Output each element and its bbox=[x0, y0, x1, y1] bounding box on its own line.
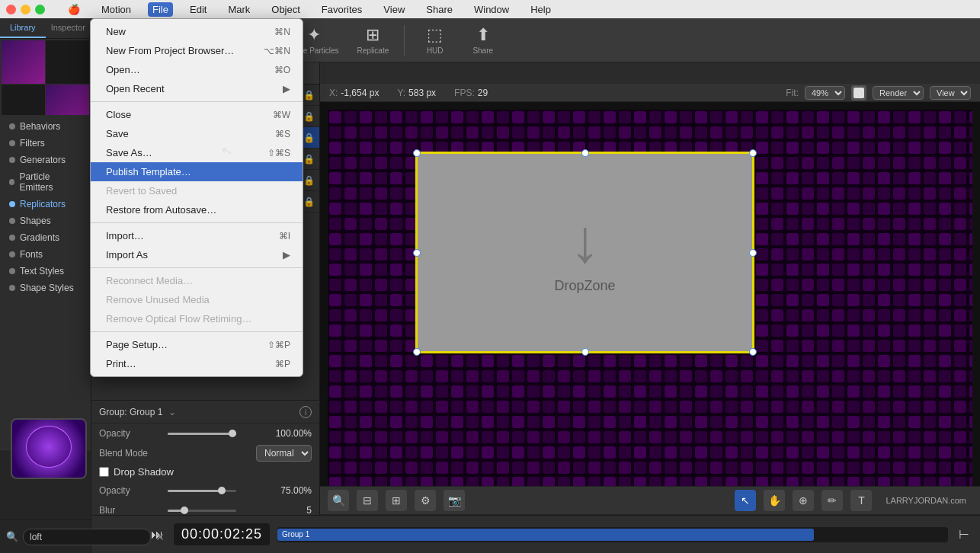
color-preview[interactable] bbox=[851, 85, 866, 101]
sidebar-item-generators[interactable]: Generators bbox=[0, 152, 91, 168]
minimize-button[interactable] bbox=[21, 5, 30, 14]
canvas-area: ↓ DropZone bbox=[320, 102, 980, 515]
drop-shadow-row: Drop Shadow bbox=[91, 463, 319, 481]
hand-tool[interactable]: ✋ bbox=[764, 490, 785, 511]
search-icon: 🔍 bbox=[6, 531, 18, 542]
blur-label: Blur bbox=[99, 505, 168, 516]
drop-shadow-checkbox[interactable] bbox=[99, 467, 109, 477]
menu-open-recent[interactable]: Open Recent ▶ bbox=[91, 79, 303, 98]
timeline-track[interactable]: Group 1 bbox=[277, 527, 948, 542]
menu-reconnect-media: Reconnect Media… bbox=[91, 271, 303, 290]
sidebar-item-fonts[interactable]: Fonts bbox=[0, 246, 91, 263]
maximize-button[interactable] bbox=[35, 5, 45, 14]
loft-thumbnail[interactable] bbox=[11, 418, 87, 479]
menu-motion[interactable]: Motion bbox=[97, 2, 136, 17]
menubar: 🍎 Motion File Edit Mark Object Favorites… bbox=[0, 0, 980, 18]
sidebar-item-behaviors[interactable]: Behaviors bbox=[0, 118, 91, 135]
timeline-group-bar: Group 1 bbox=[277, 529, 814, 541]
sidebar-item-particle-emitters[interactable]: Particle Emitters bbox=[0, 168, 91, 196]
search-input[interactable] bbox=[23, 529, 151, 545]
search-bar: 🔍 ✕ bbox=[0, 519, 91, 553]
handle-tm[interactable] bbox=[581, 149, 589, 157]
menu-object[interactable]: Object bbox=[267, 2, 305, 17]
handle-br[interactable] bbox=[749, 348, 757, 356]
settings-tool[interactable]: ⚙ bbox=[415, 490, 436, 511]
close-button[interactable] bbox=[6, 5, 16, 14]
menu-print[interactable]: Print… ⌘P bbox=[91, 354, 303, 373]
zoom-tool[interactable]: 🔍 bbox=[328, 490, 349, 511]
menu-share[interactable]: Share bbox=[421, 2, 457, 17]
dropzone-box: ↓ DropZone bbox=[415, 152, 754, 353]
separator-4 bbox=[91, 331, 303, 332]
render-select[interactable]: Render bbox=[873, 86, 924, 100]
menu-page-setup[interactable]: Page Setup… ⇧⌘P bbox=[91, 335, 303, 354]
menu-revert-to-saved: Revert to Saved bbox=[91, 181, 303, 200]
camera-tool[interactable]: 📷 bbox=[444, 490, 465, 511]
handle-bm[interactable] bbox=[581, 348, 589, 356]
select-tool[interactable]: ↖ bbox=[735, 490, 756, 511]
sidebar-item-filters[interactable]: Filters bbox=[0, 135, 91, 152]
menu-mark[interactable]: Mark bbox=[223, 2, 255, 17]
menu-save[interactable]: Save ⌘S bbox=[91, 124, 303, 143]
menu-favorites[interactable]: Favorites bbox=[317, 2, 367, 17]
menu-window[interactable]: Window bbox=[469, 2, 514, 17]
dropzone-content: ↓ DropZone bbox=[554, 211, 615, 294]
tab-library[interactable]: Library bbox=[0, 18, 46, 38]
sidebar-item-replicators[interactable]: Replicators bbox=[0, 196, 91, 213]
grid-tool[interactable]: ⊞ bbox=[386, 490, 407, 511]
blend-mode-select[interactable]: Normal bbox=[256, 445, 312, 462]
hud-button[interactable]: ⬚ HUD bbox=[414, 22, 456, 58]
opacity2-value: 75.00% bbox=[244, 485, 312, 496]
handle-tl[interactable] bbox=[413, 149, 421, 157]
fit-select[interactable]: 49% bbox=[805, 86, 845, 100]
replicate-button[interactable]: ⊞ Replicate bbox=[351, 22, 396, 58]
apple-menu[interactable]: 🍎 bbox=[63, 2, 85, 17]
fit-selector: Fit: 49% Render View bbox=[786, 85, 971, 101]
handle-mr[interactable] bbox=[749, 249, 757, 257]
canvas-content: ↓ DropZone bbox=[328, 110, 972, 507]
text-tool[interactable]: T bbox=[850, 490, 872, 511]
handle-bl[interactable] bbox=[413, 348, 421, 356]
timeline-end-button[interactable]: ⊢ bbox=[956, 524, 972, 545]
handle-ml[interactable] bbox=[413, 249, 421, 257]
library-preview-2[interactable] bbox=[46, 40, 89, 84]
drop-shadow-label: Drop Shadow bbox=[114, 466, 174, 478]
menu-import-as[interactable]: Import As ▶ bbox=[91, 245, 303, 264]
pen-tool[interactable]: ✏ bbox=[821, 490, 843, 511]
group-dropdown-icon[interactable]: ⌄ bbox=[168, 407, 176, 417]
sidebar-item-text-styles[interactable]: Text Styles bbox=[0, 263, 91, 280]
info-icon[interactable]: i bbox=[299, 406, 312, 418]
menu-close[interactable]: Close ⌘W bbox=[91, 105, 303, 124]
menu-restore-autosave[interactable]: Restore from Autosave… bbox=[91, 200, 303, 219]
menu-import[interactable]: Import… ⌘I bbox=[91, 226, 303, 245]
menu-help[interactable]: Help bbox=[526, 2, 556, 17]
menu-new-from-project-browser[interactable]: New From Project Browser… ⌥⌘N bbox=[91, 41, 303, 60]
library-preview-1[interactable] bbox=[2, 40, 45, 84]
zoom-in-tool[interactable]: ⊕ bbox=[793, 490, 814, 511]
fps: FPS: 29 bbox=[454, 88, 488, 98]
menu-save-as[interactable]: Save As… ⇧⌘S bbox=[91, 143, 303, 162]
library-preview-4[interactable] bbox=[46, 85, 89, 115]
menu-open[interactable]: Open… ⌘O bbox=[91, 60, 303, 79]
fit-tool[interactable]: ⊟ bbox=[357, 490, 378, 511]
menu-view[interactable]: View bbox=[379, 2, 409, 17]
sidebar-item-shapes[interactable]: Shapes bbox=[0, 213, 91, 229]
sidebar-item-gradients[interactable]: Gradients bbox=[0, 229, 91, 246]
canvas-toolbar: 🔍 ⊟ ⊞ ⚙ 📷 ↖ ✋ ⊕ ✏ T LARRYJORDAN.com bbox=[320, 486, 980, 515]
blend-label: Blend Mode bbox=[99, 448, 168, 459]
menu-new[interactable]: New ⌘N bbox=[91, 22, 303, 41]
menu-file[interactable]: File bbox=[148, 2, 173, 17]
replicate-label: Replicate bbox=[357, 46, 389, 55]
tab-inspector[interactable]: Inspector bbox=[46, 18, 91, 38]
sidebar-item-shape-styles[interactable]: Shape Styles bbox=[0, 280, 91, 296]
clear-search-icon[interactable]: ✕ bbox=[155, 531, 165, 543]
share-button[interactable]: ⬆ Share bbox=[462, 22, 504, 58]
open-recent-arrow: ▶ bbox=[283, 83, 290, 94]
import-as-arrow: ▶ bbox=[283, 249, 290, 261]
menu-edit[interactable]: Edit bbox=[185, 2, 211, 17]
library-preview-3[interactable] bbox=[2, 85, 45, 115]
handle-tr[interactable] bbox=[749, 149, 757, 157]
view-select[interactable]: View bbox=[930, 86, 971, 100]
menu-remove-optical-flow: Remove Optical Flow Retiming… bbox=[91, 309, 303, 328]
menu-publish-template[interactable]: Publish Template… bbox=[91, 162, 303, 181]
